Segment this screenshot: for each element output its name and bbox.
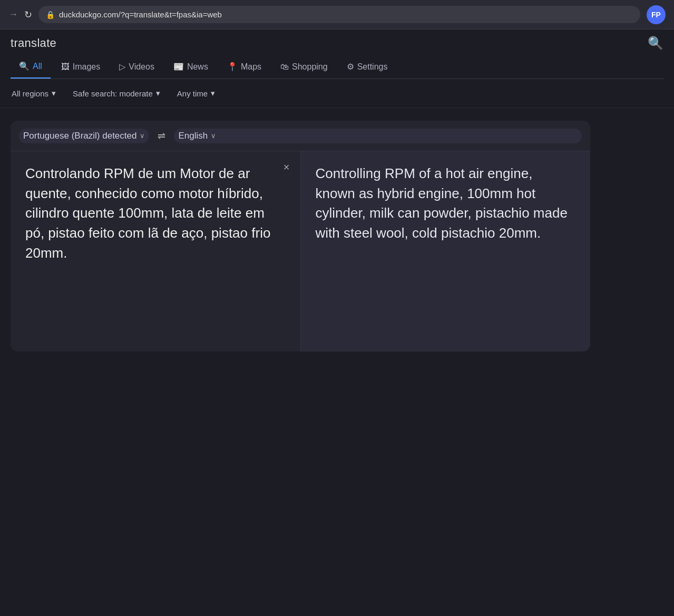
source-lang-chevron-icon: ∨ [140,132,145,140]
videos-tab-icon: ▷ [119,62,125,72]
tab-videos[interactable]: ▷ Videos [111,55,163,78]
forward-arrow-icon[interactable]: → [8,9,18,20]
nav-tabs: 🔍 All 🖼 Images ▷ Videos 📰 News 📍 Maps 🛍 … [11,55,663,79]
main-content: Portuguese (Brazil) detected ∨ ⇌ English… [0,108,674,364]
translator-source-panel[interactable]: Controlando RPM de um Motor de ar quente… [11,151,301,351]
time-chevron-icon: ▾ [211,89,215,98]
url-text: duckduckgo.com/?q=translate&t=fpas&ia=we… [59,10,222,19]
clear-source-button[interactable]: × [284,162,290,172]
filter-row: All regions ▾ Safe search: moderate ▾ An… [0,79,674,108]
tab-all-label: All [33,62,42,71]
browser-chrome: → ↻ 🔒 duckduckgo.com/?q=translate&t=fpas… [0,0,674,30]
tab-maps[interactable]: 📍 Maps [219,55,270,78]
tab-news[interactable]: 📰 News [165,55,217,78]
search-bar-row: translate 🔍 [11,36,663,51]
tab-shopping[interactable]: 🛍 Shopping [272,56,336,78]
maps-tab-icon: 📍 [227,62,238,72]
target-language-label: English [178,131,208,141]
swap-icon: ⇌ [158,130,165,142]
tab-news-label: News [187,62,208,72]
time-filter[interactable]: Any time ▾ [176,86,216,100]
tab-maps-label: Maps [241,62,261,72]
tab-images-label: Images [73,62,100,72]
swap-languages-button[interactable]: ⇌ [158,130,165,142]
search-submit-icon[interactable]: 🔍 [648,36,663,51]
settings-tab-icon: ⚙ [347,62,354,72]
time-label: Any time [177,89,208,98]
safe-search-chevron-icon: ▾ [156,89,160,98]
safe-search-label: Safe search: moderate [73,89,153,98]
translator-header: Portuguese (Brazil) detected ∨ ⇌ English… [11,121,590,151]
source-language-label: Portuguese (Brazil) detected [23,131,136,141]
address-bar[interactable]: 🔒 duckduckgo.com/?q=translate&t=fpas&ia=… [38,6,640,23]
tab-videos-label: Videos [129,62,154,72]
search-area: translate 🔍 🔍 All 🖼 Images ▷ Videos 📰 Ne… [0,30,674,79]
translator-target-panel: Controlling RPM of a hot air engine, kno… [301,151,591,351]
target-lang-chevron-icon: ∨ [211,132,216,140]
translator-body: Controlando RPM de um Motor de ar quente… [11,151,590,351]
shopping-tab-icon: 🛍 [280,62,289,72]
images-tab-icon: 🖼 [61,62,70,72]
news-tab-icon: 📰 [173,62,184,72]
tab-settings-label: Settings [357,62,388,72]
target-text: Controlling RPM of a hot air engine, kno… [316,164,576,243]
safe-search-filter[interactable]: Safe search: moderate ▾ [72,86,161,100]
source-language-selector[interactable]: Portuguese (Brazil) detected ∨ [19,129,149,143]
all-tab-icon: 🔍 [19,61,30,71]
tab-settings[interactable]: ⚙ Settings [338,55,388,78]
regions-chevron-icon: ▾ [52,89,56,98]
source-text[interactable]: Controlando RPM de um Motor de ar quente… [25,164,286,263]
search-query-display[interactable]: translate [11,36,56,50]
regions-label: All regions [12,89,48,98]
tab-shopping-label: Shopping [292,62,328,72]
translator-widget: Portuguese (Brazil) detected ∨ ⇌ English… [11,121,590,351]
lock-icon: 🔒 [46,11,55,19]
profile-button[interactable]: FP [647,5,666,24]
refresh-icon[interactable]: ↻ [24,9,32,21]
tab-all[interactable]: 🔍 All [11,55,51,79]
target-language-selector[interactable]: English ∨ [174,129,582,143]
tab-images[interactable]: 🖼 Images [53,56,109,78]
regions-filter[interactable]: All regions ▾ [11,86,57,100]
